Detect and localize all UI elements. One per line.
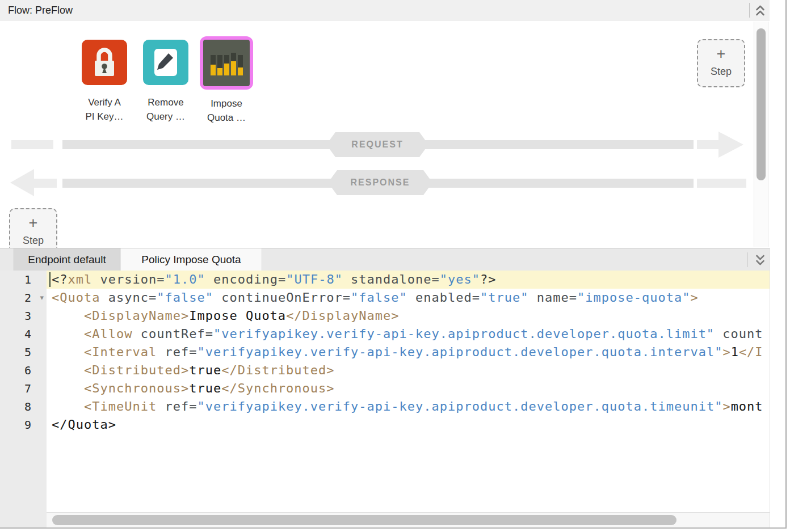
response-label: RESPONSE	[351, 178, 410, 188]
flow-header: Flow: PreFlow	[0, 0, 770, 20]
policy-label-line1: Impose	[192, 96, 260, 111]
response-flow-tag: RESPONSE	[328, 170, 432, 195]
line-number: 6	[0, 361, 47, 379]
header-separator	[749, 3, 750, 18]
window-border	[0, 527, 787, 529]
add-step-button-response[interactable]: + Step	[9, 208, 57, 248]
panel-edge	[770, 248, 770, 527]
expand-panel-button[interactable]	[753, 253, 767, 267]
request-arrow-segment	[697, 140, 721, 149]
code-line[interactable]: <Quota async="false" continueOnError="fa…	[47, 289, 770, 307]
request-arrow-segment	[11, 140, 53, 149]
pencil-icon	[143, 40, 188, 85]
policy-node-remove-query[interactable]: Remove Query …	[132, 40, 200, 124]
request-flow-tag: REQUEST	[326, 132, 428, 157]
policy-node-impose-quota[interactable]: Impose Quota …	[192, 36, 260, 125]
line-number: 9	[0, 416, 47, 434]
editor-gutter: 12▾3456789	[0, 271, 47, 527]
code-line[interactable]: <DisplayName>Impose Quota</DisplayName>	[47, 307, 770, 325]
editor-tabbar: Endpoint default Policy Impose Quota	[0, 248, 770, 271]
tab-endpoint-default[interactable]: Endpoint default	[14, 248, 120, 271]
policy-label: Verify A PI Key…	[70, 95, 138, 124]
selection-outline	[200, 36, 253, 90]
response-arrowhead-icon	[10, 169, 34, 196]
code-line[interactable]: <TimeUnit ref="verifyapikey.verify-api-k…	[47, 398, 770, 416]
collapse-panel-button[interactable]	[753, 3, 767, 18]
line-number: 8	[0, 398, 47, 416]
line-number: 2▾	[0, 289, 47, 307]
policy-label-line2: Query …	[132, 109, 200, 124]
scrollbar-thumb[interactable]	[757, 28, 766, 180]
policy-label-line2: PI Key…	[70, 109, 138, 124]
flow-canvas: Verify A PI Key… Remove Query …	[0, 20, 770, 248]
lock-icon	[82, 40, 127, 85]
request-label: REQUEST	[351, 140, 403, 150]
bar-chart-icon	[203, 40, 250, 86]
response-arrow-segment	[33, 179, 57, 188]
policy-label-line2: Quota …	[192, 111, 260, 125]
policy-label-line1: Remove	[132, 95, 200, 109]
tab-policy-impose-quota[interactable]: Policy Impose Quota	[121, 248, 262, 271]
code-line[interactable]: <Synchronous>true</Synchronous>	[47, 379, 770, 398]
code-line[interactable]: <Interval ref="verifyapikey.verify-api-k…	[47, 343, 770, 361]
tab-label: Policy Impose Quota	[141, 254, 241, 265]
code-editor[interactable]: <?xml version="1.0" encoding="UTF-8" sta…	[47, 271, 770, 512]
add-step-button-request[interactable]: + Step	[697, 39, 745, 87]
apigee-flow-editor: Flow: PreFlow Verify A PI Key…	[0, 0, 790, 532]
line-number: 7	[0, 379, 47, 398]
plus-icon: +	[698, 45, 744, 62]
flow-title: Flow: PreFlow	[8, 5, 73, 16]
line-number: 3	[0, 307, 47, 325]
code-line[interactable]: </Quota>	[47, 416, 770, 434]
canvas-vertical-scrollbar[interactable]	[754, 22, 768, 247]
chevron-double-up-icon	[754, 4, 766, 17]
policy-label: Impose Quota …	[192, 96, 260, 125]
code-line[interactable]: <Allow countRef="verifyapikey.verify-api…	[47, 325, 770, 343]
tab-label: Endpoint default	[28, 254, 106, 265]
editor-horizontal-scrollbar[interactable]	[47, 512, 770, 527]
request-arrowhead-icon	[718, 132, 743, 158]
window-border	[785, 0, 787, 529]
policy-label-line1: Verify A	[70, 95, 138, 109]
fold-caret-icon[interactable]: ▾	[40, 289, 44, 307]
policy-node-verify-api-key[interactable]: Verify A PI Key…	[70, 40, 138, 124]
response-arrow-segment	[697, 179, 746, 188]
plus-icon: +	[10, 214, 56, 231]
line-number: 5	[0, 343, 47, 361]
code-line[interactable]: <Distributed>true</Distributed>	[47, 361, 770, 379]
line-number: 4	[0, 325, 47, 343]
chevron-double-down-icon	[754, 254, 766, 267]
code-line[interactable]: <?xml version="1.0" encoding="UTF-8" sta…	[47, 271, 770, 289]
policy-label: Remove Query …	[132, 95, 200, 124]
text-cursor	[49, 272, 51, 287]
line-number: 1	[0, 271, 47, 289]
tabbar-separator	[747, 252, 747, 267]
scrollbar-thumb[interactable]	[52, 515, 676, 525]
